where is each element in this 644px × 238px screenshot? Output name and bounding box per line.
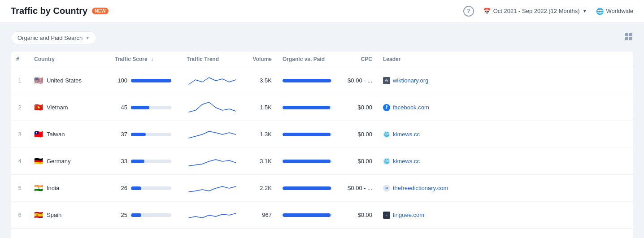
score-bar [131,79,171,82]
search-type-filter[interactable]: Organic and Paid Search ▼ [11,31,96,44]
cpc-cell: $0.00 [337,202,378,229]
score-bar-fill [131,160,144,163]
leader-info: W wiktionary.org [383,77,628,84]
export-button[interactable] [624,32,633,43]
globe-icon: 🌐 [596,8,604,15]
country-cell: 🇮🇳 India [29,175,109,202]
leader-name: linguee.com [393,212,424,218]
score-number: 33 [115,158,127,164]
score-bar-fill [131,213,141,217]
rank-cell: 5 [11,175,29,202]
cpc-cell: $0.00 [337,121,378,148]
traffic-score-cell: 45 [109,94,181,121]
leader-name: kknews.cc [393,131,420,138]
organic-bar [283,213,332,217]
score-bar [131,186,171,190]
country-cell: 🇹🇼 Taiwan [29,121,109,148]
organic-bar-fill [283,213,331,217]
leader-name: facebook.com [393,104,429,111]
col-header-rank: # [11,52,29,67]
trend-chart [187,125,236,143]
trend-chart [187,98,236,116]
country-table: # Country Traffic Score ↓ Traffic Trend … [11,52,633,238]
leader-cell: 🌐 kknews.cc [378,148,633,175]
rank-cell: 3 [11,121,29,148]
leader-cell: f facebook.com [378,94,633,121]
col-header-organic: Organic vs. Paid [277,52,337,67]
country-name: Taiwan [47,131,65,138]
table-header: # Country Traffic Score ↓ Traffic Trend … [11,52,633,67]
trend-cell [181,229,241,238]
header: Traffic by Country NEW ? 📅 Oct 2021 - Se… [0,0,644,22]
organic-bar-fill [283,160,331,163]
traffic-score-cell: 33 [109,148,181,175]
sort-icon: ↓ [151,56,153,62]
col-header-country: Country [29,52,109,67]
svg-rect-3 [629,37,632,40]
rank-cell: 4 [11,148,29,175]
country-flag: 🇹🇼 [34,130,43,138]
leader-icon: f [383,104,390,111]
volume-cell: 3.1K [241,148,277,175]
col-header-leader: Leader [378,52,633,67]
score-bar-fill [131,106,149,109]
leader-icon: ∞ [383,185,390,192]
score-bar-fill [131,186,141,190]
organic-cell [277,67,337,94]
svg-rect-1 [629,33,632,36]
leader-icon: L [383,212,390,219]
traffic-score-cell: 26 [109,175,181,202]
toolbar: Organic and Paid Search ▼ [11,31,633,44]
trend-chart [187,232,236,238]
cpc-cell: $0.00 [337,148,378,175]
trend-cell [181,175,241,202]
leader-icon: 🌐 [383,158,390,165]
calendar-icon: 📅 [483,8,491,15]
score-bar [131,133,171,136]
country-name: Spain [47,212,61,218]
table-body: 1 🇺🇸 United States 100 3.5K [11,67,633,238]
chevron-down-icon: ▼ [85,35,90,40]
svg-rect-2 [625,37,628,40]
volume-cell: 967 [241,202,277,229]
rank-cell: 7 [11,229,29,238]
organic-bar [283,160,332,163]
volume-cell: 1.5K [241,94,277,121]
country-name: India [47,185,59,191]
country-flag: 🇮🇳 [34,184,43,192]
rank-cell: 6 [11,202,29,229]
traffic-score-cell: 100 [109,67,181,94]
trend-chart [187,178,236,196]
leader-cell: b bab.la [378,229,633,238]
cpc-cell: $0.00 [337,94,378,121]
cpc-cell: $0.00 - ... [337,175,378,202]
date-range-filter[interactable]: 📅 Oct 2021 - Sep 2022 (12 Months) ▼ [483,8,587,15]
svg-rect-0 [625,33,628,36]
leader-info: L linguee.com [383,212,628,219]
help-button[interactable]: ? [463,6,474,17]
organic-cell [277,94,337,121]
organic-cell [277,121,337,148]
header-right: ? 📅 Oct 2021 - Sep 2022 (12 Months) ▼ 🌐 … [463,6,633,17]
country-flag: 🇩🇪 [34,157,43,165]
trend-cell [181,94,241,121]
traffic-score-cell: 24 [109,229,181,238]
table-row: 7 🇵🇱 Poland 24 2K $0.00 [11,229,633,238]
organic-cell [277,202,337,229]
rank-cell: 2 [11,94,29,121]
score-bar-fill [131,79,171,82]
table-row: 4 🇩🇪 Germany 33 3.1K $0 [11,148,633,175]
page-title: Traffic by Country [11,6,87,16]
leader-info: 🌐 kknews.cc [383,158,628,165]
location-filter[interactable]: 🌐 Worldwide [596,8,633,15]
country-flag: 🇪🇸 [34,211,43,219]
main-content: Organic and Paid Search ▼ # Country Traf… [0,22,644,238]
col-header-traffic-score[interactable]: Traffic Score ↓ [109,52,181,67]
country-name: United States [47,77,82,84]
leader-info: f facebook.com [383,104,628,111]
organic-cell [277,229,337,238]
header-left: Traffic by Country NEW [11,6,109,16]
filter-label: Organic and Paid Search [17,35,83,41]
trend-chart [187,205,236,223]
col-header-cpc: CPC [337,52,378,67]
